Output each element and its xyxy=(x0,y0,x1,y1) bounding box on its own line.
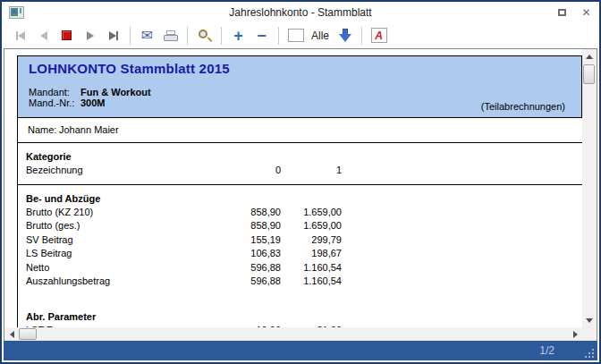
scroll-right-icon xyxy=(573,331,578,338)
zoom-in-icon: + xyxy=(233,28,243,44)
table-row: Netto 596,88 1.160,54 xyxy=(18,261,582,275)
report-title: LOHNKONTO Stammblatt 2015 xyxy=(29,61,581,76)
report-preview: LOHNKONTO Stammblatt 2015 Mandant: Fun &… xyxy=(4,48,597,343)
zoom-out-icon: − xyxy=(257,28,267,44)
table-row: LS Beitrag 106,83 198,67 xyxy=(18,247,582,261)
name-label: Name: xyxy=(28,124,59,135)
scroll-up-icon xyxy=(586,55,593,59)
horizontal-scroll-thumb[interactable] xyxy=(19,328,37,340)
mandnr-value: 300M xyxy=(80,97,106,108)
maximize-icon xyxy=(558,9,566,16)
export-all-button[interactable] xyxy=(334,26,355,46)
email-button[interactable]: ✉ xyxy=(137,26,157,46)
table-row: Bezeichnung 0 1 xyxy=(18,164,582,178)
title-bar[interactable]: Jahreslohnkonto - Stammblatt ✕ xyxy=(2,2,599,22)
zoom-in-button[interactable]: + xyxy=(228,26,249,46)
page-view-button[interactable] xyxy=(285,26,306,46)
pdf-export-button[interactable]: A xyxy=(368,26,389,46)
close-button[interactable]: ✕ xyxy=(580,6,592,18)
last-record-icon xyxy=(109,31,116,40)
next-record-button[interactable] xyxy=(80,26,100,46)
search-icon xyxy=(199,30,211,42)
previous-record-icon xyxy=(40,31,47,40)
vertical-scroll-thumb[interactable] xyxy=(583,64,595,84)
scroll-left-button[interactable] xyxy=(4,327,19,342)
window-title: Jahreslohnkonto - Stammblatt xyxy=(2,6,599,19)
download-arrow-icon xyxy=(339,29,351,42)
section-kategorie: Kategorie Bezeichnung 0 1 xyxy=(18,143,582,185)
resize-grip[interactable] xyxy=(583,347,594,358)
last-record-button[interactable] xyxy=(103,26,123,46)
app-window: Jahreslohnkonto - Stammblatt ✕ ✉ xyxy=(0,0,601,364)
scrollbar-corner xyxy=(582,327,597,342)
scroll-down-button[interactable] xyxy=(582,313,597,327)
table-row: SV Beitrag 155,19 299,79 xyxy=(18,233,582,248)
mandant-label: Mandant: xyxy=(29,87,80,97)
toolbar-separator xyxy=(278,27,279,45)
horizontal-scrollbar[interactable] xyxy=(4,327,582,342)
print-icon xyxy=(164,30,178,41)
previous-record-button[interactable] xyxy=(33,26,54,46)
section-title: Be- und Abzüge xyxy=(18,191,582,206)
toolbar-separator xyxy=(130,27,131,45)
page-indicator: 1/2 xyxy=(539,344,554,357)
toolbar: ✉ + − Alle A xyxy=(2,22,599,48)
toolbar-separator xyxy=(187,27,188,45)
table-row: Brutto (ges.) 858,90 1.659,00 xyxy=(18,219,582,233)
name-value: Johann Maier xyxy=(59,124,119,135)
report-page: LOHNKONTO Stammblatt 2015 Mandant: Fun &… xyxy=(17,55,582,327)
page-viewport: LOHNKONTO Stammblatt 2015 Mandant: Fun &… xyxy=(4,49,582,327)
search-button[interactable] xyxy=(194,26,215,46)
first-record-button[interactable] xyxy=(10,26,30,46)
scroll-up-button[interactable] xyxy=(582,49,597,63)
next-record-icon xyxy=(87,31,94,40)
maximize-button[interactable] xyxy=(556,6,568,18)
scroll-left-icon xyxy=(10,331,14,338)
report-header: LOHNKONTO Stammblatt 2015 Mandant: Fun &… xyxy=(18,55,582,118)
scroll-down-icon xyxy=(586,318,593,323)
page-thumbnail-icon xyxy=(288,29,304,42)
vertical-scrollbar[interactable] xyxy=(582,49,597,327)
mandnr-label: Mand.-Nr.: xyxy=(29,97,80,108)
table-row: Auszahlungsbetrag 596,88 1.160,54 xyxy=(18,275,582,289)
mandant-value: Fun & Workout xyxy=(80,87,151,97)
status-bar: 1/2 xyxy=(4,341,597,360)
section-title: Kategorie xyxy=(18,149,582,164)
toolbar-separator xyxy=(361,27,362,45)
stop-icon xyxy=(62,30,72,40)
email-icon: ✉ xyxy=(141,29,153,43)
table-row: Brutto (KZ 210) 858,90 1.659,00 xyxy=(18,206,582,220)
teilabrechnungen-note: (Teilabrechnungen) xyxy=(481,101,565,112)
zoom-out-button[interactable]: − xyxy=(251,26,272,46)
alle-label: Alle xyxy=(311,30,329,42)
section-be-und-abzuege: Be- und Abzüge Brutto (KZ 210) 858,90 1.… xyxy=(18,185,582,289)
toolbar-separator xyxy=(221,27,222,45)
employee-name-row: Name: Johann Maier xyxy=(18,118,582,143)
pdf-icon: A xyxy=(371,28,387,43)
stop-button[interactable] xyxy=(56,26,77,46)
scroll-right-button[interactable] xyxy=(568,327,582,342)
section-abr-parameter: Abr. Parameter LST-Tage 10,00 21,00 SV-T… xyxy=(18,303,582,328)
section-title: Abr. Parameter xyxy=(18,309,582,324)
print-button[interactable] xyxy=(160,26,181,46)
